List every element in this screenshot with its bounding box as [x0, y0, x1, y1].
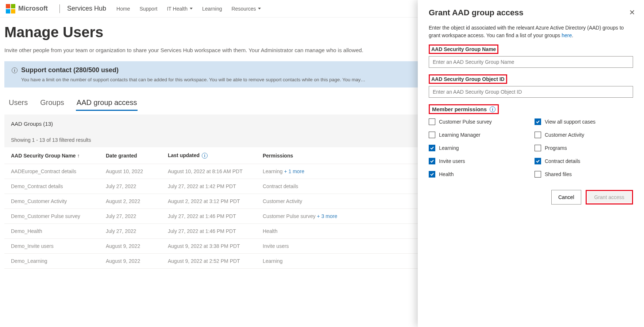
checkbox-icon [429, 145, 435, 151]
cell-date: August 9, 2022 [99, 239, 161, 254]
nav-item-it-health[interactable]: IT Health [167, 6, 193, 12]
grant-access-highlight: Grant access [586, 190, 633, 205]
cell-updated: August 2, 2022 at 3:12 PM PDT [161, 194, 256, 209]
tab-users[interactable]: Users [8, 96, 28, 111]
microsoft-logo-icon [6, 4, 15, 13]
checkbox-label: Invite users [439, 158, 465, 164]
cell-date: July 27, 2022 [99, 209, 161, 224]
permissions-checklist: Customer Pulse surveyView all support ca… [429, 118, 633, 178]
cell-name: Demo_Learning [4, 254, 99, 269]
cell-date: August 9, 2022 [99, 254, 161, 269]
chevron-down-icon [258, 8, 261, 9]
label-member-permissions: Member permissions i [429, 104, 499, 114]
group-objectid-input[interactable] [429, 86, 633, 98]
col-date[interactable]: Date granted [99, 147, 161, 164]
nav-separator [59, 4, 60, 13]
cell-name: Demo_Customer Activity [4, 194, 99, 209]
label-group-objectid: AAD Security Group Object ID [429, 74, 507, 84]
nav-item-resources[interactable]: Resources [232, 6, 261, 12]
cell-name: Demo_Contract details [4, 179, 99, 194]
checkbox-label: Shared files [545, 171, 572, 177]
microsoft-brand: Microsoft [18, 5, 48, 12]
checkbox-customer-pulse-survey[interactable]: Customer Pulse survey [429, 118, 527, 125]
cell-date: August 10, 2022 [99, 164, 161, 179]
banner-title: Support contact (280/500 used) [21, 66, 119, 74]
cell-name: AADEurope_Contract details [4, 164, 99, 179]
checkbox-learning-manager[interactable]: Learning Manager [429, 132, 527, 138]
checkbox-label: Customer Pulse survey [439, 119, 492, 125]
close-icon[interactable]: ✕ [629, 8, 635, 17]
checkbox-label: Health [439, 171, 454, 177]
checkbox-shared-files[interactable]: Shared files [535, 171, 633, 178]
checkbox-label: Learning [439, 145, 459, 151]
permissions-more-link[interactable]: + 3 more [317, 213, 338, 219]
sort-asc-icon: ↑ [77, 153, 80, 159]
checkbox-icon [535, 158, 541, 164]
cell-updated: August 10, 2022 at 8:16 AM PDT [161, 164, 256, 179]
aad-groups-count: AAD Groups (13) [11, 121, 53, 127]
checkbox-icon [535, 145, 541, 151]
checkbox-icon [429, 118, 435, 125]
checkbox-label: View all support cases [545, 119, 595, 125]
cell-updated: July 27, 2022 at 1:46 PM PDT [161, 224, 256, 239]
checkbox-learning[interactable]: Learning [429, 145, 527, 151]
info-icon: i [490, 106, 495, 112]
panel-actions: Cancel Grant access [429, 190, 633, 205]
tab-aad-group-access[interactable]: AAD group access [76, 96, 138, 111]
panel-description: Enter the object id associated with the … [429, 24, 633, 39]
nav-item-support[interactable]: Support [139, 6, 157, 12]
cell-updated: August 9, 2022 at 3:38 PM PDT [161, 239, 256, 254]
col-updated[interactable]: Last updatedi [161, 147, 256, 164]
checkbox-label: Programs [545, 145, 567, 151]
checkbox-icon [429, 132, 435, 138]
permissions-more-link[interactable]: + 1 more [284, 168, 304, 174]
checkbox-customer-activity[interactable]: Customer Activity [535, 132, 633, 138]
cell-date: July 27, 2022 [99, 224, 161, 239]
checkbox-contract-details[interactable]: Contract details [535, 158, 633, 164]
col-name[interactable]: AAD Security Group Name↑ [4, 147, 99, 164]
grant-access-button[interactable]: Grant access [587, 192, 631, 203]
here-link[interactable]: here [562, 32, 572, 38]
tab-groups[interactable]: Groups [39, 96, 65, 111]
checkbox-programs[interactable]: Programs [535, 145, 633, 151]
checkbox-icon [535, 132, 541, 138]
checkbox-label: Contract details [545, 158, 580, 164]
cell-updated: July 27, 2022 at 1:42 PM PDT [161, 179, 256, 194]
checkbox-icon [429, 171, 435, 178]
cell-name: Demo_Customer Pulse survey [4, 209, 99, 224]
checkbox-view-all-support-cases[interactable]: View all support cases [535, 118, 633, 125]
nav-item-home[interactable]: Home [116, 6, 130, 12]
panel-title: Grant AAD group access [429, 8, 633, 17]
info-icon: i [202, 153, 208, 159]
nav-items: HomeSupportIT HealthLearningResources [116, 6, 270, 12]
checkbox-icon [429, 158, 435, 164]
cell-name: Demo_Invite users [4, 239, 99, 254]
checkbox-icon [535, 171, 541, 178]
checkbox-invite-users[interactable]: Invite users [429, 158, 527, 164]
cancel-button[interactable]: Cancel [551, 190, 581, 205]
chevron-down-icon [190, 8, 193, 9]
group-name-input[interactable] [429, 56, 633, 68]
grant-access-panel: ✕ Grant AAD group access Enter the objec… [418, 0, 644, 327]
checkbox-label: Learning Manager [439, 132, 481, 138]
checkbox-label: Customer Activity [545, 132, 584, 138]
checkbox-health[interactable]: Health [429, 171, 527, 178]
checkbox-icon [535, 118, 541, 125]
hub-name[interactable]: Services Hub [67, 5, 106, 12]
info-icon: i [12, 67, 18, 73]
cell-date: August 2, 2022 [99, 194, 161, 209]
cell-date: July 27, 2022 [99, 179, 161, 194]
nav-item-learning[interactable]: Learning [202, 6, 222, 12]
cell-updated: August 9, 2022 at 2:52 PM PDT [161, 254, 256, 269]
label-group-name: AAD Security Group Name [429, 44, 498, 54]
cell-name: Demo_Health [4, 224, 99, 239]
cell-updated: July 27, 2022 at 1:46 PM PDT [161, 209, 256, 224]
